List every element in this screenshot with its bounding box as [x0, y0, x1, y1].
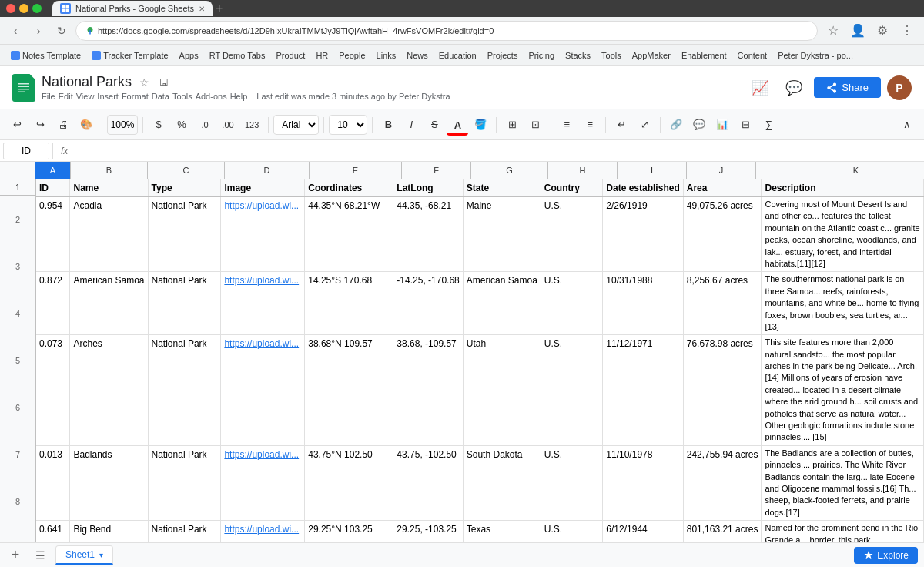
cell-r3-latlng[interactable]: -14.25, -170.68	[393, 272, 463, 335]
extensions-button[interactable]: ⚙	[872, 20, 893, 42]
cell-r5-date[interactable]: 11/10/1978	[603, 445, 683, 520]
row-header-2[interactable]: 2	[0, 196, 35, 243]
currency-button[interactable]: $	[148, 114, 169, 136]
bookmark-pricing[interactable]: Pricing	[524, 49, 559, 62]
cell-r4-area[interactable]: 76,678.98 acres	[683, 335, 762, 446]
view-menu[interactable]: View	[76, 92, 95, 101]
col-header-A[interactable]: A	[35, 162, 71, 179]
add-to-drive-button[interactable]: 🖫	[156, 75, 172, 90]
col-header-F[interactable]: F	[402, 162, 471, 179]
italic-button[interactable]: I	[400, 114, 422, 136]
bookmark-stacks[interactable]: Stacks	[561, 49, 595, 62]
row-header-8[interactable]: 8	[0, 478, 35, 525]
edit-menu[interactable]: Edit	[59, 92, 73, 101]
minimize-button[interactable]	[19, 4, 28, 13]
data-menu[interactable]: Data	[152, 92, 169, 101]
header-cell-id[interactable]: ID	[36, 179, 70, 196]
header-cell-type[interactable]: Type	[148, 179, 221, 196]
bookmark-tools[interactable]: Tools	[597, 49, 626, 62]
cell-r5-desc[interactable]: The Badlands are a collection of buttes,…	[762, 445, 924, 520]
refresh-button[interactable]: ↻	[52, 22, 71, 40]
header-cell-name[interactable]: Name	[70, 179, 148, 196]
cell-r2-name[interactable]: Acadia	[70, 196, 148, 272]
insert-menu[interactable]: Insert	[97, 92, 119, 101]
add-sheet-button[interactable]: +	[6, 546, 25, 565]
row-header-3[interactable]: 3	[0, 243, 35, 290]
tools-menu[interactable]: Tools	[172, 92, 192, 101]
cell-r4-id[interactable]: 0.073	[36, 335, 70, 446]
cell-r4-coords[interactable]: 38.68°N 109.57	[305, 335, 393, 446]
bookmark-appmaker[interactable]: AppMaker	[628, 49, 675, 62]
cell-r4-date[interactable]: 11/12/1971	[603, 335, 683, 446]
cell-r3-date[interactable]: 10/31/1988	[603, 272, 683, 335]
addons-menu[interactable]: Add-ons	[196, 92, 227, 101]
cell-r5-area[interactable]: 242,755.94 acres	[683, 445, 762, 520]
filter-button[interactable]: ⊟	[735, 114, 756, 136]
decimal-increase-button[interactable]: .00	[217, 114, 239, 136]
paint-format-button[interactable]: 🎨	[75, 114, 97, 136]
header-cell-state[interactable]: State	[463, 179, 541, 196]
bold-button[interactable]: B	[377, 114, 399, 136]
row-header-6[interactable]: 6	[0, 384, 35, 431]
header-cell-date[interactable]: Date established	[603, 179, 683, 196]
cell-r4-state[interactable]: Utah	[463, 335, 541, 446]
col-header-C[interactable]: C	[148, 162, 225, 179]
bookmark-links[interactable]: Links	[372, 49, 401, 62]
bookmark-notes-template[interactable]: Notes Template	[6, 49, 85, 62]
new-tab-button[interactable]: +	[216, 2, 223, 15]
cell-reference[interactable]: ID	[3, 143, 49, 159]
cell-r4-latlng[interactable]: 38.68, -109.57	[393, 335, 463, 446]
header-cell-coordinates[interactable]: Coordinates	[305, 179, 393, 196]
header-cell-area[interactable]: Area	[683, 179, 762, 196]
cell-r5-id[interactable]: 0.013	[36, 445, 70, 520]
cell-r2-latlng[interactable]: 44.35, -68.21	[393, 196, 463, 272]
cell-r5-country[interactable]: U.S.	[541, 445, 603, 520]
address-bar[interactable]: https://docs.google.com/spreadsheets/d/1…	[75, 21, 818, 41]
cell-r5-image[interactable]: https://upload.wi...	[221, 445, 305, 520]
cell-r5-name[interactable]: Badlands	[70, 445, 148, 520]
rotate-text-button[interactable]: ⤢	[634, 114, 655, 136]
fill-color-button[interactable]: 🪣	[470, 114, 491, 136]
close-button[interactable]	[6, 4, 15, 13]
percent-button[interactable]: %	[171, 114, 192, 136]
header-cell-image[interactable]: Image	[221, 179, 305, 196]
cell-r3-country[interactable]: U.S.	[541, 272, 603, 335]
user-avatar[interactable]: P	[887, 75, 912, 100]
bookmark-hr[interactable]: HR	[311, 49, 333, 62]
comment-button[interactable]: 💬	[780, 74, 808, 102]
cell-r2-type[interactable]: National Park	[148, 196, 221, 272]
col-header-I[interactable]: I	[618, 162, 687, 179]
row-header-7[interactable]: 7	[0, 431, 35, 478]
format-number-button[interactable]: 123	[240, 114, 263, 136]
bookmarks-button[interactable]: ☆	[822, 20, 844, 42]
bookmark-tracker-template[interactable]: Tracker Template	[87, 49, 172, 62]
insert-chart-button[interactable]: 📊	[711, 114, 733, 136]
redo-button[interactable]: ↪	[29, 114, 51, 136]
bookmark-enablement[interactable]: Enablement	[677, 49, 732, 62]
col-header-G[interactable]: G	[471, 162, 548, 179]
bookmark-product[interactable]: Product	[271, 49, 310, 62]
cell-r2-coords[interactable]: 44.35°N 68.21°W	[305, 196, 393, 272]
header-cell-description[interactable]: Description	[762, 179, 924, 196]
align-center-button[interactable]: ≡	[579, 114, 601, 136]
menu-button[interactable]: ⋮	[896, 20, 918, 42]
share-button[interactable]: Share	[814, 77, 881, 98]
chart-icon-button[interactable]: 📈	[746, 74, 774, 102]
cell-r2-date[interactable]: 2/26/1919	[603, 196, 683, 272]
bookmark-news[interactable]: News	[402, 49, 433, 62]
decimal-decrease-button[interactable]: .0	[194, 114, 216, 136]
sheet-tab-dropdown[interactable]: ▾	[99, 551, 103, 559]
cell-r3-type[interactable]: National Park	[148, 272, 221, 335]
bookmark-rt-demo[interactable]: RT Demo Tabs	[205, 49, 270, 62]
strikethrough-button[interactable]: S	[424, 114, 445, 136]
format-menu[interactable]: Format	[122, 92, 149, 101]
back-button[interactable]: ‹	[6, 22, 25, 40]
cell-r5-coords[interactable]: 43.75°N 102.50	[305, 445, 393, 520]
merge-cells-button[interactable]: ⊡	[524, 114, 546, 136]
sheet-list-button[interactable]: ☰	[31, 546, 49, 565]
zoom-selector[interactable]: 100%	[107, 115, 138, 135]
sheet-tab-sheet1[interactable]: Sheet1 ▾	[55, 545, 113, 565]
cell-r2-country[interactable]: U.S.	[541, 196, 603, 272]
borders-button[interactable]: ⊞	[501, 114, 523, 136]
col-header-D[interactable]: D	[225, 162, 310, 179]
